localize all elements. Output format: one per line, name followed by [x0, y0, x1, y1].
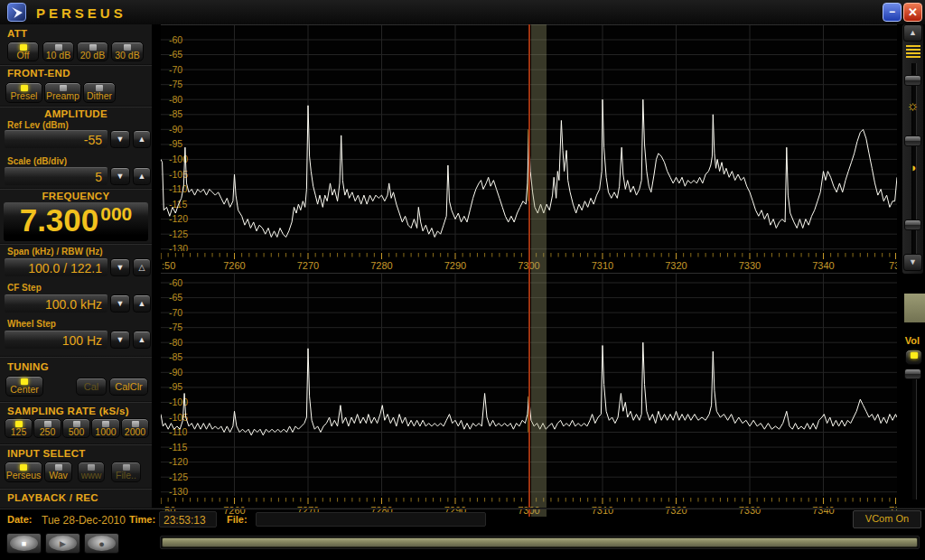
cf-step-input[interactable]: 100.0 kHz [5, 294, 107, 313]
triangle-down-icon: ▼ [117, 299, 125, 308]
frontend-section-header: FRONT-END [7, 68, 70, 79]
cf-step-up-button[interactable]: ▲ [133, 294, 151, 313]
input-file-button[interactable]: File.. [111, 462, 141, 482]
scroll-up-button[interactable]: ▲ [903, 24, 922, 42]
rate-1000-button[interactable]: 1000 [91, 418, 120, 438]
att-20db-button[interactable]: 20 dB [77, 42, 108, 61]
frequency-display[interactable]: 7.300 000 [4, 202, 148, 241]
span-rbw-label: Span (kHz) / RBW (Hz) [7, 247, 103, 257]
svg-text:-90: -90 [169, 367, 182, 378]
time-label: Time: [129, 514, 155, 525]
tuning-center-button[interactable]: Center [5, 376, 43, 397]
wheel-step-label: Wheel Step [7, 319, 56, 329]
volume-slider-handle[interactable] [904, 369, 921, 379]
tuning-scrollbar-thumb[interactable] [162, 537, 918, 547]
svg-text:7340: 7340 [812, 260, 834, 271]
play-button[interactable]: ▶ [45, 533, 80, 554]
ref-lev-down-button[interactable]: ▼ [110, 130, 130, 148]
wheel-step-up-button[interactable]: ▲ [133, 331, 151, 349]
minimize-button[interactable]: − [883, 3, 902, 22]
upper-spectrum-plot[interactable]: -60-65-70-75-80-85-90-95-100-105-110-115… [161, 24, 897, 250]
tuning-section-header: TUNING [7, 361, 49, 372]
triangle-up-icon: ▲ [138, 172, 146, 181]
svg-text:-60: -60 [169, 34, 182, 45]
att-off-button[interactable]: Off [7, 42, 39, 61]
input-perseus-button[interactable]: Perseus [5, 462, 42, 482]
contrast-slider-handle[interactable] [904, 219, 921, 230]
svg-text:7340: 7340 [812, 505, 834, 516]
separator [0, 188, 152, 190]
triangle-up-icon: ▲ [138, 335, 146, 344]
perseus-app-window: { "window": {"title": "PERSEUS"}, "icons… [0, 0, 925, 560]
ref-lev-up-button[interactable]: ▲ [133, 130, 151, 148]
date-value: Tue 28-Dec-2010 [42, 514, 126, 527]
svg-text:7320: 7320 [665, 505, 687, 516]
presel-button[interactable]: Presel [5, 82, 42, 103]
svg-text:7280: 7280 [370, 260, 392, 271]
stop-button[interactable]: ■ [6, 533, 42, 554]
svg-text:-95: -95 [169, 381, 182, 392]
volume-slider-track[interactable] [911, 369, 917, 499]
cal-button[interactable]: Cal [76, 378, 107, 396]
cf-step-down-button[interactable]: ▼ [110, 294, 130, 313]
scale-label: Scale (dB/div) [7, 156, 67, 166]
svg-text:-90: -90 [169, 124, 182, 135]
frequency-hz-digits[interactable]: 000 [100, 202, 132, 226]
separator [0, 64, 152, 66]
rate-125-button[interactable]: 125 [5, 418, 33, 438]
triangle-up-outline-icon: △ [139, 263, 145, 272]
control-panel: ATT Off 10 dB 20 dB 30 dB FRONT-END Pres… [0, 24, 152, 509]
brightness-slider-handle[interactable] [904, 135, 921, 146]
separator [0, 508, 925, 509]
svg-text:-115: -115 [169, 199, 187, 210]
level-indicator-block [904, 294, 925, 322]
contrast-icon: ◑ [902, 161, 923, 174]
brightness-sun-icon: ☼ [902, 98, 923, 113]
spectrum-gain-slider-handle[interactable] [904, 75, 921, 86]
rate-2000-button[interactable]: 2000 [121, 418, 149, 438]
frequency-section-header: FREQUENCY [0, 191, 152, 201]
scale-up-button[interactable]: ▲ [133, 167, 151, 185]
scale-down-button[interactable]: ▼ [110, 167, 130, 185]
triangle-down-icon: ▼ [117, 335, 125, 344]
scale-input[interactable]: 5 [5, 167, 107, 185]
volume-mute-button[interactable] [905, 350, 922, 365]
sampling-rate-section-header: SAMPLING RATE (kS/s) [7, 406, 129, 416]
input-wav-button[interactable]: Wav [44, 462, 72, 482]
close-button[interactable]: ✕ [903, 3, 922, 22]
rate-250-button[interactable]: 250 [33, 418, 61, 438]
separator [0, 243, 152, 245]
svg-text:7320: 7320 [665, 260, 687, 271]
svg-text:7310: 7310 [592, 260, 613, 271]
calclr-button[interactable]: CalClr [109, 378, 148, 396]
triangle-down-icon: ▼ [117, 135, 125, 144]
span-up-button[interactable]: △ [133, 258, 151, 276]
wheel-step-input[interactable]: 100 Hz [5, 331, 107, 349]
dither-button[interactable]: Dither [83, 82, 116, 103]
span-down-button[interactable]: ▼ [110, 258, 130, 276]
ref-lev-input[interactable]: -55 [5, 130, 107, 148]
att-30db-button[interactable]: 30 dB [111, 42, 144, 61]
volume-label: Vol [900, 335, 925, 346]
input-www-button[interactable]: www [78, 462, 105, 482]
file-name-field [256, 512, 486, 527]
record-icon: ● [98, 538, 105, 549]
wheel-step-down-button[interactable]: ▼ [110, 331, 130, 349]
frequency-mhz-digits[interactable]: 7.300 [20, 202, 99, 238]
rate-500-button[interactable]: 500 [62, 418, 90, 438]
lower-spectrum-plot[interactable]: -60-65-70-75-80-85-90-95-100-105-110-115… [161, 273, 897, 495]
scroll-down-button[interactable]: ▼ [903, 254, 922, 271]
svg-text:-80: -80 [169, 94, 182, 105]
svg-text:-125: -125 [169, 471, 188, 482]
att-10db-button[interactable]: 10 dB [42, 42, 74, 61]
span-input[interactable]: 100.0 / 122.1 [5, 258, 107, 276]
svg-text:-65: -65 [169, 49, 182, 60]
vcom-status[interactable]: VCom On [853, 510, 921, 528]
svg-text:-115: -115 [169, 442, 187, 453]
svg-text:-105: -105 [169, 169, 188, 180]
stop-icon: ■ [22, 539, 26, 548]
separator [0, 443, 152, 445]
play-icon: ▶ [60, 539, 66, 548]
preamp-button[interactable]: Preamp [44, 82, 81, 103]
record-button[interactable]: ● [84, 533, 119, 554]
